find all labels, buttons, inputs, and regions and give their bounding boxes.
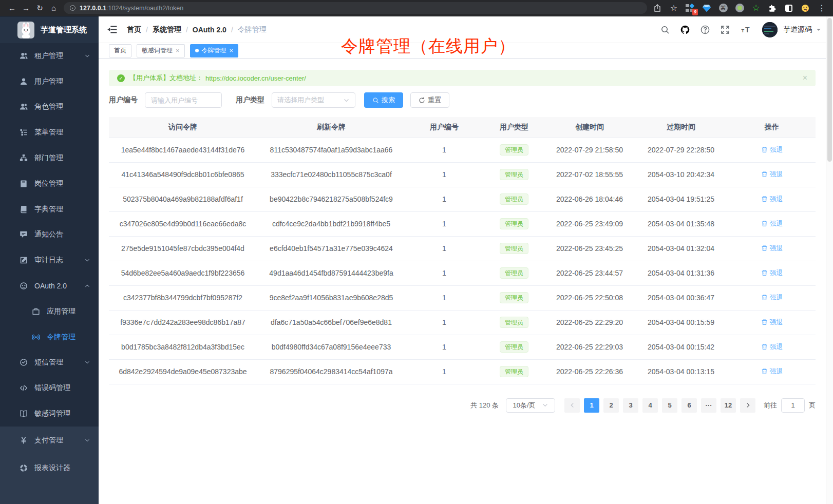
browser-forward-icon[interactable]: → [19, 2, 33, 15]
sidebar-item-audit-log[interactable]: 审计日志 [0, 247, 99, 273]
gem-extension-icon[interactable] [702, 3, 712, 13]
pagination-page-6[interactable]: 6 [681, 398, 697, 413]
browser-home-icon[interactable]: ⌂ [47, 2, 61, 15]
created-time-cell: 2022-07-29 21:58:50 [545, 138, 634, 162]
user-type-select[interactable]: 请选择用户类型 [272, 92, 355, 108]
tab-close-icon[interactable]: × [176, 47, 180, 54]
sidebar-item-notice[interactable]: 通知公告 [0, 222, 99, 248]
pagination-page-4[interactable]: 4 [642, 398, 658, 413]
user-type-cell: 管理员 [483, 211, 545, 236]
column-header: 操作 [728, 117, 816, 138]
yen-icon [20, 436, 28, 444]
sidebar-item-dept[interactable]: 部门管理 [0, 145, 99, 171]
user-id-cell: 1 [406, 335, 483, 359]
pagination-page-5[interactable]: 5 [662, 398, 677, 413]
browser-reload-icon[interactable]: ↻ [33, 2, 47, 15]
pagination-next[interactable] [740, 398, 755, 413]
fullscreen-icon[interactable] [721, 25, 730, 34]
alert-close-icon[interactable]: × [803, 73, 807, 83]
pagination-page-1[interactable]: 1 [584, 398, 599, 413]
tab-close-icon[interactable]: × [230, 47, 234, 54]
pagination-prev[interactable] [564, 398, 580, 413]
browser-back-icon[interactable]: ← [5, 2, 19, 15]
user-avatar[interactable] [762, 22, 778, 37]
force-logout-button[interactable]: 强退 [761, 367, 783, 376]
tab-sensitive-word[interactable]: 敏感词管理 × [137, 44, 185, 57]
trash-icon [761, 319, 768, 325]
bookmark-star-icon[interactable]: ☆ [669, 3, 679, 13]
scrollbar-thumb[interactable] [827, 18, 832, 162]
sidebar-item-sms[interactable]: 短信管理 [0, 350, 99, 376]
sidebar-item-error-code[interactable]: 错误码管理 [0, 375, 99, 401]
sidebar-item-tenant[interactable]: 租户管理 [0, 43, 99, 69]
pagination-page-2[interactable]: 2 [603, 398, 619, 413]
site-info-icon[interactable] [69, 5, 76, 11]
extension-grid-icon[interactable]: 9 [685, 3, 695, 13]
access-token-cell: 54d6be82ee5a460a9aedc1f9bf223656 [109, 261, 257, 285]
emoji-extension-icon[interactable] [800, 3, 810, 13]
force-logout-button[interactable]: 强退 [761, 318, 783, 327]
sidebar-item-post[interactable]: 岗位管理 [0, 171, 99, 197]
force-logout-button[interactable]: 强退 [761, 219, 783, 228]
user-id-input[interactable] [145, 92, 222, 108]
sidebar-item-sensitive-word[interactable]: 敏感词管理 [0, 401, 99, 427]
command-extension-icon[interactable]: ⌘ [718, 3, 728, 13]
tab-token[interactable]: 令牌管理 × [190, 44, 239, 57]
puzzle-extensions-icon[interactable] [767, 3, 778, 13]
force-logout-button[interactable]: 强退 [761, 145, 783, 154]
chevron-up-icon [84, 283, 90, 289]
created-time-cell: 2022-06-25 22:50:08 [545, 285, 634, 310]
help-icon[interactable] [701, 25, 710, 34]
breadcrumb-item[interactable]: OAuth 2.0 [193, 26, 226, 34]
force-logout-button[interactable]: 强退 [761, 195, 783, 204]
sidebar-item-oauth2-token[interactable]: 令牌管理 [0, 324, 99, 350]
sidebar-item-report[interactable]: 报表设计器 [0, 454, 99, 482]
book-icon [20, 410, 28, 418]
page-scrollbar[interactable] [826, 16, 833, 504]
reset-button[interactable]: 重置 [410, 92, 449, 108]
refresh-token-cell: dfa6c71a50a54c66bef706ef9e6e8d81 [257, 310, 406, 335]
share-icon[interactable] [652, 3, 662, 13]
sidebar-item-oauth2[interactable]: OAuth 2.0 [0, 273, 99, 299]
search-button[interactable]: 搜索 [364, 92, 403, 108]
table-row: 6d842e2924594de9a09e45e087323abe 8796295… [109, 359, 816, 384]
pagination-page-12[interactable]: 12 [721, 398, 736, 413]
sidebar-item-pay[interactable]: 支付管理 [0, 427, 99, 454]
star-extension-icon[interactable]: ☆ [751, 3, 761, 13]
access-token-cell: 6d842e2924594de9a09e45e087323abe [109, 359, 257, 384]
collapse-sidebar-icon[interactable] [107, 24, 118, 35]
force-logout-button[interactable]: 强退 [761, 170, 783, 179]
sidebar-item-user[interactable]: 用户管理 [0, 69, 99, 94]
app-logo-bar[interactable]: 芋道管理系统 [0, 16, 99, 43]
doc-link[interactable]: https://doc.iocoder.cn/user-center/ [205, 74, 306, 82]
trash-icon [761, 220, 768, 227]
sidebar-item-oauth2-app[interactable]: 应用管理 [0, 299, 99, 324]
user-menu-caret-icon[interactable] [817, 29, 821, 33]
user-name[interactable]: 芋道源码 [783, 25, 812, 34]
force-logout-button[interactable]: 强退 [761, 268, 783, 278]
breadcrumb-item[interactable]: 首页 [127, 25, 141, 34]
record-extension-icon[interactable] [734, 3, 745, 13]
breadcrumb-item[interactable]: 系统管理 [153, 25, 181, 34]
column-header: 用户类型 [483, 117, 545, 138]
search-icon[interactable] [660, 25, 670, 34]
browser-menu-icon[interactable]: ⋮ [817, 3, 827, 13]
force-logout-button[interactable]: 强退 [761, 342, 783, 352]
sidebar-item-label: 角色管理 [34, 102, 90, 111]
font-size-icon[interactable] [741, 25, 751, 34]
address-bar[interactable]: 127.0.0.1:1024/system/oauth2/token [64, 2, 647, 14]
column-header: 刷新令牌 [257, 117, 406, 138]
action-cell: 强退 [728, 211, 816, 236]
force-logout-button[interactable]: 强退 [761, 244, 783, 253]
sidebar-item-dict[interactable]: 字典管理 [0, 197, 99, 222]
force-logout-button[interactable]: 强退 [761, 293, 783, 302]
pagination-more[interactable]: ··· [701, 398, 716, 413]
github-icon[interactable] [680, 25, 690, 34]
pagination-page-3[interactable]: 3 [623, 398, 638, 413]
sidebar-item-role[interactable]: 角色管理 [0, 94, 99, 120]
tab-home[interactable]: 首页 [109, 44, 131, 57]
page-size-select[interactable]: 10条/页 [506, 398, 555, 413]
goto-page-input[interactable] [781, 398, 805, 413]
reader-extension-icon[interactable] [784, 3, 794, 13]
sidebar-item-menu[interactable]: 菜单管理 [0, 120, 99, 145]
